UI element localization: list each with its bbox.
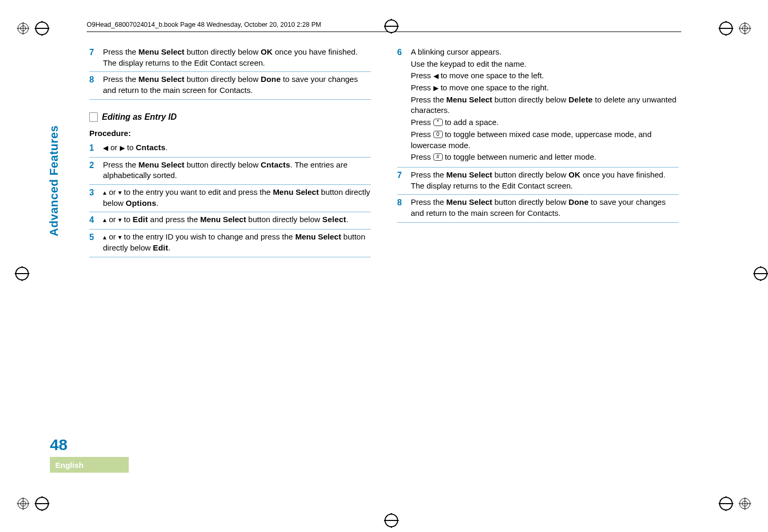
down-arrow-icon: ▾ bbox=[118, 233, 122, 242]
text: button directly below bbox=[492, 197, 568, 206]
bold-text: Menu Select bbox=[200, 215, 246, 224]
step-3: 3 ▴ or ▾ to the entry you want to edit a… bbox=[89, 187, 371, 212]
registration-target-icon bbox=[17, 22, 29, 35]
section-title-text: Editing as Entry ID bbox=[102, 111, 177, 123]
text: Press bbox=[411, 71, 433, 80]
up-arrow-icon: ▴ bbox=[103, 188, 107, 197]
crosshair-icon bbox=[35, 496, 49, 511]
column-right: 6 A blinking cursor appears. Use the key… bbox=[397, 47, 679, 259]
step-body: ▴ or ▾ to the entry ID you wish to chang… bbox=[103, 232, 371, 253]
step-body: Press the Menu Select button directly be… bbox=[103, 47, 371, 68]
softkey-label: Edit bbox=[153, 243, 168, 252]
registration-target-icon bbox=[739, 22, 751, 35]
step-body: A blinking cursor appears. Use the keypa… bbox=[411, 47, 679, 164]
text: and press the bbox=[148, 215, 200, 224]
up-arrow-icon: ▴ bbox=[103, 215, 107, 225]
text: or bbox=[107, 232, 118, 241]
step-body: Press the Menu Select button directly be… bbox=[411, 170, 679, 191]
text: Press the bbox=[411, 95, 447, 104]
keycap-hash-icon: # bbox=[433, 153, 443, 161]
text: to toggle between numeric and letter mod… bbox=[443, 152, 597, 161]
text-line: Press * to add a space. bbox=[411, 117, 679, 128]
softkey-label: Select bbox=[323, 215, 346, 224]
step-7-left: 7 Press the Menu Select button directly … bbox=[89, 47, 371, 72]
step-8-left: 8 Press the Menu Select button directly … bbox=[89, 74, 371, 99]
step-1: 1 ◀ or ▶ to Cntacts. bbox=[89, 142, 371, 158]
bold-text: Menu Select bbox=[139, 160, 185, 169]
bold-text: Menu Select bbox=[139, 75, 185, 84]
crop-mark-icon bbox=[719, 21, 751, 36]
text: Press bbox=[411, 152, 433, 161]
keycap-zero-icon: 0 bbox=[433, 131, 443, 138]
step-4: 4 ▴ or ▾ to Edit and press the Menu Sele… bbox=[89, 214, 371, 230]
text: button directly below bbox=[184, 160, 261, 169]
text-line: A blinking cursor appears. bbox=[411, 47, 679, 58]
step-body: ▴ or ▾ to Edit and press the Menu Select… bbox=[103, 214, 371, 226]
text-line: Press 0 to toggle between mixed case mod… bbox=[411, 129, 679, 151]
step-number: 5 bbox=[89, 232, 103, 253]
text: to toggle between mixed case mode, upper… bbox=[411, 130, 651, 150]
up-arrow-icon: ▴ bbox=[103, 233, 107, 242]
text: Press the bbox=[411, 170, 447, 179]
crop-mark-icon bbox=[17, 21, 49, 36]
text: to bbox=[122, 215, 133, 224]
two-column-layout: 7 Press the Menu Select button directly … bbox=[84, 47, 684, 259]
text: . bbox=[165, 143, 168, 152]
language-label: English bbox=[55, 461, 84, 470]
section-heading: Editing as Entry ID bbox=[89, 111, 371, 123]
text: to move one space to the right. bbox=[439, 83, 549, 92]
registration-target-icon bbox=[17, 497, 29, 510]
text: Press the bbox=[411, 197, 447, 206]
step-number: 4 bbox=[89, 214, 103, 226]
right-arrow-icon: ▶ bbox=[120, 143, 125, 153]
text: to move one space to the left. bbox=[439, 71, 544, 80]
step-number: 8 bbox=[89, 74, 103, 96]
text: Press bbox=[411, 118, 433, 127]
crosshair-icon bbox=[719, 21, 733, 36]
page-number: 48 bbox=[50, 436, 67, 454]
text-line: Press # to toggle between numeric and le… bbox=[411, 152, 679, 163]
step-7-right: 7 Press the Menu Select button directly … bbox=[397, 170, 679, 195]
crosshair-icon bbox=[35, 21, 49, 36]
step-number: 8 bbox=[397, 197, 411, 218]
text: Press bbox=[411, 83, 433, 92]
right-arrow-icon: ▶ bbox=[433, 84, 439, 93]
softkey-label: OK bbox=[568, 170, 580, 179]
step-number: 2 bbox=[89, 160, 103, 181]
text-line: Press ▶ to move one space to the right. bbox=[411, 82, 679, 93]
step-number: 6 bbox=[397, 47, 411, 164]
bold-text: Menu Select bbox=[447, 95, 493, 104]
softkey-label: Edit bbox=[133, 215, 148, 224]
softkey-label: Cntacts bbox=[261, 160, 290, 169]
bold-text: Menu Select bbox=[447, 170, 493, 179]
text-line: Press ◀ to move one space to the left. bbox=[411, 70, 679, 81]
text: or bbox=[108, 143, 120, 152]
text: to bbox=[125, 143, 136, 152]
text: button directly below bbox=[246, 215, 322, 224]
text: or bbox=[107, 187, 118, 196]
bold-text: Menu Select bbox=[139, 47, 185, 56]
step-body: Press the Menu Select button directly be… bbox=[103, 74, 371, 96]
down-arrow-icon: ▾ bbox=[118, 188, 122, 197]
text: Press the bbox=[103, 75, 139, 84]
text: . bbox=[156, 199, 158, 207]
keycap-star-icon: * bbox=[433, 119, 443, 126]
column-left: 7 Press the Menu Select button directly … bbox=[89, 47, 371, 259]
text: Press bbox=[411, 130, 433, 139]
step-5: 5 ▴ or ▾ to the entry ID you wish to cha… bbox=[89, 232, 371, 257]
text: or bbox=[107, 215, 118, 224]
crop-mark-icon bbox=[719, 496, 751, 511]
bold-text: Menu Select bbox=[295, 232, 341, 241]
page-content: O9Head_68007024014_b.book Page 48 Wednes… bbox=[84, 21, 684, 511]
step-body: ▴ or ▾ to the entry you want to edit and… bbox=[103, 187, 371, 208]
text: . bbox=[168, 243, 170, 252]
softkey-label: Delete bbox=[568, 95, 593, 104]
registration-target-icon bbox=[739, 497, 751, 510]
step-body: ◀ or ▶ to Cntacts. bbox=[103, 142, 371, 154]
text: . bbox=[346, 215, 348, 224]
text: button directly below bbox=[492, 170, 568, 179]
text: Press the bbox=[103, 160, 139, 169]
document-icon bbox=[89, 112, 98, 122]
down-arrow-icon: ▾ bbox=[118, 215, 122, 225]
step-number: 1 bbox=[89, 142, 103, 154]
